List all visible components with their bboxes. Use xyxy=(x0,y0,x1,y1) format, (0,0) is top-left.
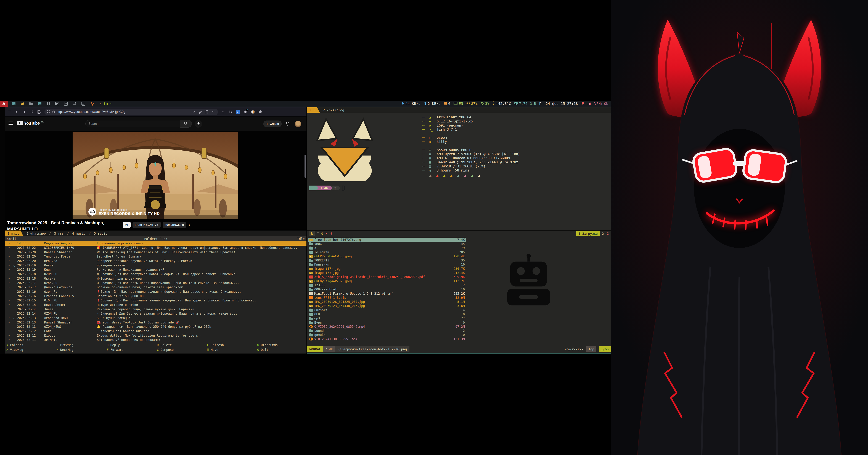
chips-more-icon[interactable]: › xyxy=(189,222,190,227)
help-refresh[interactable]: LRefresh xyxy=(206,343,256,347)
file-row[interactable]: OLD0 xyxy=(308,312,466,316)
workspace-hash-icon[interactable] xyxy=(72,101,77,106)
avatar[interactable] xyxy=(295,121,301,127)
file-row[interactable]: Lens-FREE-1.3.zip32,9M xyxy=(308,296,466,300)
shield-icon[interactable] xyxy=(47,110,50,114)
vpn-status[interactable]: VPN:ON xyxy=(594,101,608,106)
reload-button[interactable] xyxy=(30,110,34,114)
bookmark-caret-icon[interactable] xyxy=(211,110,215,114)
mail-tab[interactable]: 3 rss xyxy=(54,232,64,235)
mail-row[interactable]: •2025-02-12ExodusExodus Wallet: New Veri… xyxy=(5,333,307,338)
create-button[interactable]: + Create xyxy=(263,121,282,127)
help-viewmsg[interactable]: >ViewMsg xyxy=(5,348,55,352)
rss-icon[interactable] xyxy=(192,110,196,114)
file-row[interactable]: VID_20241130_092551.mp4151,3M xyxy=(308,337,466,341)
bookmark-icon[interactable] xyxy=(205,110,209,114)
filter-chip[interactable]: All xyxy=(123,222,131,228)
file-row[interactable]: GkFPR-GXUAACWSS.jpeg128,4K xyxy=(308,254,466,258)
mail-row[interactable]: •14:35Медведев АндрейГлобальные торговые… xyxy=(5,241,307,246)
reader-view-icon[interactable] xyxy=(37,110,42,114)
shell-prompt[interactable]: ~ 1.46 $ xyxy=(309,186,344,190)
mail-row[interactable]: •2025-02-18OZON_RU⊠ Срочно! Для Вас пост… xyxy=(5,272,307,277)
mail-row[interactable]: •2025-02-20Daniel ShnaiderWe Are Breakin… xyxy=(5,250,307,254)
lock-icon[interactable] xyxy=(52,110,55,114)
file-row[interactable]: GkC0yLaXgAAP-H2.jpeg112,2K xyxy=(308,279,466,283)
help-compose[interactable]: CCompose xyxy=(155,348,206,352)
url-bar[interactable]: https://www.youtube.com/watch?v=5b8A-jgx… xyxy=(44,108,218,115)
help-reply[interactable]: RReply xyxy=(105,343,155,347)
file-row[interactable]: 000-razobrat10 xyxy=(308,287,466,291)
mail-row[interactable]: •2025-02-22WILDBERRIES-INFO🎁 (ИЗВЕЩЕНИЕ … xyxy=(5,246,307,250)
mail-row[interactable]: •2025-02-17Ozon.Ru⊠ Срочно! Для Вас есть… xyxy=(5,281,307,285)
filter-chip[interactable]: Tomorrowland xyxy=(162,222,186,228)
workspace-download-icon[interactable] xyxy=(64,101,68,106)
file-row[interactable]: gomuks10 xyxy=(308,333,466,337)
workspace-folder-icon[interactable] xyxy=(29,101,33,106)
mail-row[interactable]: •2025-02-13Лебедева ЮлияSOS! Нужна помощ… xyxy=(5,316,307,320)
launcher-button[interactable] xyxy=(0,101,8,107)
file-row[interactable]: TORRENTS35 xyxy=(308,258,466,262)
file-row[interactable]: VBOX45 xyxy=(308,242,466,246)
mail-row[interactable]: 2025-02-14ЭльзаРеклама от первого лица, … xyxy=(5,307,307,312)
back-button[interactable] xyxy=(14,110,19,114)
file-row[interactable]: free-icon-bot-7167276.png7,4K xyxy=(308,238,466,242)
mail-row[interactable]: •2025-02-15Идите ЛесомЧетыре истории о л… xyxy=(5,303,307,307)
highlighter-icon[interactable] xyxy=(198,110,203,114)
forward-button[interactable] xyxy=(22,110,27,114)
url-text[interactable]: https://www.youtube.com/watch?v=5b8A-jgx… xyxy=(57,110,190,114)
file-row[interactable]: oth_A_ardor-gaming-wakizashi_instrukcia_… xyxy=(308,275,466,279)
mail-row[interactable]: •2025-02-11JETMAILВаш надежный подрядчик… xyxy=(5,338,307,342)
mail-row[interactable]: •2025-02-18ОксанаИнформация для директор… xyxy=(5,277,307,281)
workspace-screenshot-icon[interactable] xyxy=(55,101,59,106)
files-tab-close[interactable]: X xyxy=(607,232,609,235)
clock[interactable]: Пн 24 фев 15:27:18 xyxy=(539,101,578,106)
file-row[interactable]: Пингвины16 xyxy=(308,262,466,267)
screenshot-tool-icon[interactable]: x xyxy=(243,110,248,114)
help-prevmsg[interactable]: PPrevMsg xyxy=(55,343,105,347)
mail-row[interactable]: 2025-02-13OZON_NEWS🔔 Поздравляем! Вам на… xyxy=(5,325,307,329)
help-othercmds[interactable]: OOtherCmds xyxy=(256,343,306,347)
workspace-cat-icon[interactable] xyxy=(20,101,25,106)
files-tab-2[interactable]: 2 xyxy=(602,232,604,235)
help-nextmsg[interactable]: NNextMsg xyxy=(55,348,105,352)
file-row[interactable]: Буря0 xyxy=(308,321,466,325)
terminal-tab[interactable]: 1 ~ xyxy=(307,107,320,113)
workspace-list-icon[interactable] xyxy=(81,101,86,106)
notification-bell[interactable] xyxy=(581,101,584,106)
mail-row[interactable]: •2025-02-19Ольгаприведем заказы xyxy=(5,263,307,267)
help-folders[interactable]: <Folders xyxy=(5,343,55,347)
menu-icon[interactable] xyxy=(7,110,12,114)
file-row[interactable]: Cursors4 xyxy=(308,308,466,312)
workspace-chat-icon[interactable] xyxy=(37,101,42,106)
downloads-icon[interactable] xyxy=(221,110,225,114)
workspace-terminal-icon[interactable] xyxy=(11,101,16,106)
help-quit[interactable]: QQuit xyxy=(256,348,306,352)
mail-row[interactable]: •2025-02-19ЮлияРегистрация и Ликвидация … xyxy=(5,267,307,272)
mail-tab[interactable]: 4 music xyxy=(72,232,86,235)
workspace-windows-icon[interactable] xyxy=(46,101,51,106)
translate-icon[interactable] xyxy=(236,110,240,114)
mail-row[interactable]: 2025-02-14OZON_RU✓ Внимание! Для Вас ест… xyxy=(5,312,307,316)
filter-chip[interactable]: From iNEGATIVE xyxy=(132,222,161,228)
help-delete[interactable]: DDelete xyxy=(155,343,206,347)
mail-row[interactable]: •2025-02-16Frances ConnollyDonation of $… xyxy=(5,294,307,298)
mail-tab[interactable]: 5 radio xyxy=(94,232,107,235)
mail-tab[interactable]: 2 whatsapp xyxy=(27,232,46,235)
file-row[interactable]: 1231132 xyxy=(308,283,466,287)
mail-row[interactable]: •2025-02-20НеонилаЭкспресс-доставка груз… xyxy=(5,259,307,263)
youtube-logo[interactable]: YouTube RU xyxy=(17,121,44,126)
help-move[interactable]: MMove xyxy=(206,348,256,352)
keyboard-layout[interactable]: EN xyxy=(454,101,463,106)
volume[interactable]: 87% xyxy=(466,101,477,106)
file-row[interactable]: image (8).jpg212,4K xyxy=(308,271,466,275)
workspace-activity-icon[interactable] xyxy=(90,101,94,106)
mail-row[interactable]: •2025-02-20YunoHost Forum[YunoHost Forum… xyxy=(5,254,307,259)
search-button[interactable] xyxy=(180,120,192,128)
file-row[interactable]: IMG_20250123_164440_015.jpg3,6M xyxy=(308,304,466,308)
mail-row[interactable]: •2025-02-150z0n_RU❗Срочно! Для Вас посту… xyxy=(5,298,307,303)
file-row[interactable]: X79 xyxy=(308,246,466,250)
file-row[interactable]: MiniFuse1_Firmware_Update_1_5_0_212_win.… xyxy=(308,291,466,296)
file-row[interactable]: Telegram205 xyxy=(308,250,466,254)
terminal-tab[interactable]: 2 /h/z/blog xyxy=(323,108,344,112)
mail-row[interactable]: 2025-02-16Ozon_Py❗Важно! Для Вас поступи… xyxy=(5,290,307,294)
